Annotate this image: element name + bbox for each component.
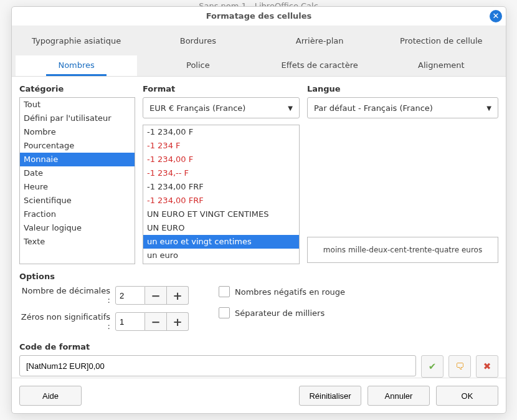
category-item-percent[interactable]: Pourcentage bbox=[20, 139, 135, 153]
edit-comment-button[interactable]: 🗨 bbox=[448, 355, 471, 378]
language-label: Langue bbox=[307, 84, 498, 93]
category-item-all[interactable]: Tout bbox=[20, 98, 135, 112]
format-item[interactable]: -1 234,00 F bbox=[143, 125, 299, 139]
tabs-row-top: Typographie asiatique Bordures Arrière-p… bbox=[12, 26, 506, 52]
close-button[interactable]: ✕ bbox=[490, 10, 502, 22]
tab-content: Catégorie Tout Défini par l'utilisateur … bbox=[12, 77, 506, 378]
cancel-button[interactable]: Annuler bbox=[368, 386, 430, 406]
neg-red-checkbox[interactable] bbox=[219, 286, 230, 297]
delete-format-button[interactable]: ✖ bbox=[476, 355, 498, 378]
preview-text: moins mille-deux-cent-trente-quatre euro… bbox=[323, 246, 482, 254]
leading-zeros-plus-button[interactable]: + bbox=[167, 312, 189, 331]
language-dropdown[interactable]: Par défaut - Français (France) ▼ bbox=[307, 97, 498, 118]
format-item[interactable]: -1 234,00 FRF bbox=[143, 194, 299, 208]
plus-icon: + bbox=[173, 289, 182, 302]
category-item-currency[interactable]: Monnaie bbox=[20, 153, 135, 166]
format-item[interactable]: UN EURO ET VINGT CENTIMES bbox=[143, 208, 299, 221]
leading-zeros-minus-button[interactable]: − bbox=[145, 312, 167, 331]
leading-zeros-spinner[interactable]: − + bbox=[115, 312, 189, 331]
category-item-user[interactable]: Défini par l'utilisateur bbox=[20, 112, 135, 125]
dialog-titlebar: Formatage des cellules ✕ bbox=[12, 7, 506, 26]
category-item-date[interactable]: Date bbox=[20, 166, 135, 180]
chevron-down-icon: ▼ bbox=[288, 105, 293, 112]
preview-box: moins mille-deux-cent-trente-quatre euro… bbox=[307, 237, 498, 263]
decimals-spinner[interactable]: − + bbox=[115, 286, 189, 305]
apply-format-button[interactable]: ✔ bbox=[421, 355, 443, 378]
category-label: Catégorie bbox=[19, 84, 135, 93]
category-item-time[interactable]: Heure bbox=[20, 180, 135, 194]
format-item[interactable]: un euro bbox=[143, 249, 299, 262]
tabs-row-bottom: Nombres Police Effets de caractère Align… bbox=[12, 52, 506, 77]
delete-icon: ✖ bbox=[483, 361, 491, 372]
tab-alignment[interactable]: Alignement bbox=[381, 55, 502, 76]
leading-zeros-label: Zéros non significatifs : bbox=[19, 312, 115, 331]
format-code-input[interactable] bbox=[19, 355, 416, 376]
category-item-scientific[interactable]: Scientifique bbox=[20, 194, 135, 208]
tab-font[interactable]: Police bbox=[137, 55, 258, 76]
help-button[interactable]: Aide bbox=[19, 386, 82, 406]
decimals-input[interactable] bbox=[115, 286, 145, 305]
decimals-label: Nombre de décimales : bbox=[19, 286, 115, 305]
options-label: Options bbox=[19, 272, 498, 281]
format-label: Format bbox=[143, 84, 300, 93]
dialog-footer: Aide Réinitialiser Annuler OK bbox=[12, 378, 506, 413]
minus-icon: − bbox=[151, 289, 160, 302]
format-item[interactable]: UN EURO bbox=[143, 221, 299, 235]
category-item-fraction[interactable]: Fraction bbox=[20, 208, 135, 221]
category-item-boolean[interactable]: Valeur logique bbox=[20, 221, 135, 235]
reset-button[interactable]: Réinitialiser bbox=[299, 386, 361, 406]
plus-icon: + bbox=[173, 315, 182, 328]
format-code-label: Code de format bbox=[19, 342, 498, 351]
ok-button[interactable]: OK bbox=[436, 386, 498, 406]
category-item-text[interactable]: Texte bbox=[20, 235, 135, 249]
format-item[interactable]: -1 234,00 FRF bbox=[143, 180, 299, 194]
tab-text-effects[interactable]: Effets de caractère bbox=[259, 55, 381, 76]
leading-zeros-input[interactable] bbox=[115, 312, 145, 331]
decimals-minus-button[interactable]: − bbox=[145, 286, 167, 305]
format-item[interactable]: -1 234,00 F bbox=[143, 153, 299, 166]
dialog-title: Formatage des cellules bbox=[206, 11, 312, 21]
note-icon: 🗨 bbox=[455, 361, 465, 372]
check-icon: ✔ bbox=[429, 361, 437, 372]
chevron-down-icon: ▼ bbox=[486, 105, 491, 112]
decimals-plus-button[interactable]: + bbox=[167, 286, 189, 305]
category-item-number[interactable]: Nombre bbox=[20, 125, 135, 139]
tab-cell-protection[interactable]: Protection de cellule bbox=[381, 31, 502, 52]
format-item[interactable]: -1 234,-- F bbox=[143, 166, 299, 180]
format-item[interactable]: -1 234 F bbox=[143, 139, 299, 153]
format-currency-dropdown[interactable]: EUR € Français (France) ▼ bbox=[143, 97, 300, 118]
format-cells-dialog: Formatage des cellules ✕ Typographie asi… bbox=[11, 6, 506, 414]
tab-asian-typography[interactable]: Typographie asiatique bbox=[16, 31, 137, 52]
neg-red-label: Nombres négatifs en rouge bbox=[235, 287, 345, 297]
format-item[interactable]: un euro et vingt centimes bbox=[143, 235, 299, 249]
tab-numbers[interactable]: Nombres bbox=[16, 55, 137, 76]
thousands-checkbox[interactable] bbox=[219, 307, 230, 318]
format-currency-value: EUR € Français (France) bbox=[149, 103, 245, 113]
close-icon: ✕ bbox=[493, 7, 500, 26]
tab-borders[interactable]: Bordures bbox=[137, 31, 258, 52]
minus-icon: − bbox=[151, 315, 160, 328]
thousands-label: Séparateur de milliers bbox=[235, 308, 325, 318]
format-listbox[interactable]: -1 234,00 F -1 234 F -1 234,00 F -1 234,… bbox=[143, 125, 300, 264]
category-listbox[interactable]: Tout Défini par l'utilisateur Nombre Pou… bbox=[19, 97, 135, 264]
language-value: Par défaut - Français (France) bbox=[314, 103, 433, 113]
tab-background[interactable]: Arrière-plan bbox=[259, 31, 381, 52]
